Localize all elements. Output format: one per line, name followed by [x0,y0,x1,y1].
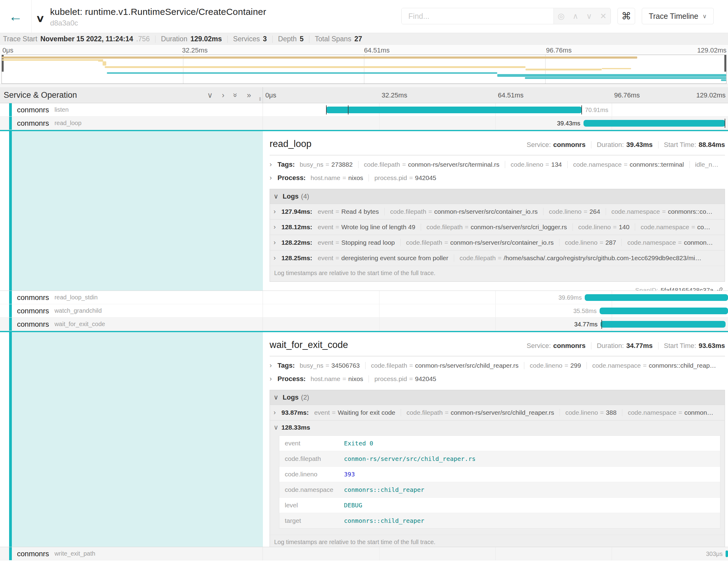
span-bar-cell: 39.69ms [263,291,728,304]
span-bar[interactable] [583,120,725,127]
detail-content: read_loop Service: conmonrs Duration: 39… [263,131,728,291]
page-title: kubelet: runtime.v1.RuntimeService/Creat… [50,7,266,17]
span-row-wait-for-exit-code: conmonrs wait_for_exit_code 34.77ms [0,318,728,331]
minimap-span-bar [525,77,726,79]
service-operation-title: Service & Operation [4,90,77,100]
service-color-bar [9,117,12,130]
back-button[interactable]: ← [0,0,32,33]
expand-one-icon[interactable]: › [222,91,224,100]
minimap-canvas[interactable] [2,55,726,84]
chevron-right-icon: › [274,254,281,262]
find-clear-icon[interactable]: ✕ [600,12,607,21]
service-color-bar [9,547,12,560]
services-label: Services [233,35,260,43]
process-row[interactable]: › Process: host.name=nixos process.pid=9… [270,171,725,185]
operation-name: read_loop_stdin [54,294,97,301]
tick-label: 0μs [2,46,13,54]
keyboard-shortcuts-button[interactable]: ⌘ [617,8,635,24]
span-name-cell[interactable]: conmonrs read_loop_stdin [0,291,263,304]
span-id-label: SpanID: [635,287,658,291]
tags-row[interactable]: › Tags: busy_ns=273882 code.filepath=con… [270,158,725,171]
start-time-value: 88.84ms [699,141,725,149]
link-icon[interactable] [716,287,723,291]
minimap-tick-labels: 0μs 32.25ms 64.51ms 96.76ms 129.02ms [0,45,728,55]
page-header: ← ∨ kubelet: runtime.v1.RuntimeService/C… [0,0,728,33]
span-duration-label: 39.69ms [558,291,585,304]
span-name-cell[interactable]: conmonrs listen [0,103,263,117]
field-value: conmonrs::child_reaper [344,517,424,524]
log-timestamp: 128.25ms: [281,254,312,262]
process-row[interactable]: › Process: host.name=nixos process.pid=9… [270,372,725,386]
tag: code.filepath=conmon-rs/server/src/termi… [358,161,499,168]
field-value: conmon-rs/server/src/child_reaper.rs [344,455,475,462]
span-duration-label: 35.58ms [573,304,600,318]
tag: code.lineno=299 [524,362,581,369]
log-entry[interactable]: › 128.12ms: event=Wrote log line of leng… [270,219,725,235]
log-entry[interactable]: › 128.25ms: event=deregistering event so… [270,250,725,266]
collapse-all-icon[interactable]: » [231,93,240,97]
span-bar[interactable] [600,321,726,328]
divider [155,36,155,43]
log-entry-expanded-header[interactable]: ∨ 128.33ms [270,420,725,434]
service-name: conmonrs [17,550,49,558]
minimap-right-handle[interactable] [724,55,726,72]
span-name-cell[interactable]: conmonrs read_loop [0,117,263,130]
log-timestamp: 128.22ms: [281,239,312,246]
span-name-cell[interactable]: conmonrs watch_grandchild [0,304,263,318]
span-detail-wait-for-exit-code: wait_for_exit_code Service: conmonrs Dur… [0,332,728,547]
field-key: code.lineno [285,471,344,478]
log-entry[interactable]: › 128.22ms: event=Stopping read loopcode… [270,235,725,250]
column-resizer[interactable]: ‖ [259,96,261,102]
process-tag: host.name=nixos [311,375,363,383]
minimap-span-bar [2,56,637,59]
logs-accordion: ∨ Logs (4) › 127.94ms: event=Read 4 byte… [270,189,725,282]
process-tag: host.name=nixos [311,174,363,182]
process-label: Process: [277,375,306,383]
span-name-cell[interactable]: conmonrs wait_for_exit_code [0,318,263,331]
minimap-gridline [183,55,183,83]
trace-titles: kubelet: runtime.v1.RuntimeService/Creat… [50,5,266,27]
find-input[interactable] [402,8,553,24]
service-name: conmonrs [17,106,49,114]
trace-view-select[interactable]: Trace Timeline ∨ [642,8,714,24]
log-entry[interactable]: › 127.94ms: event=Read 4 bytescode.filep… [270,204,725,219]
span-bar-cell: 35.58ms [263,304,728,318]
collapse-trace-header-icon[interactable]: ∨ [36,13,45,24]
duration-label: Duration: [597,342,624,350]
trace-start-label: Trace Start [3,35,37,43]
logs-header[interactable]: ∨ Logs (4) [270,189,725,204]
log-timestamp: 127.94ms: [281,208,312,215]
service-value: conmonrs [553,342,585,350]
log-field: code.filepath=conmon-rs/server/src/child… [401,409,554,416]
log-field: event=Waiting for exit code [314,409,395,416]
span-bar[interactable] [726,550,728,557]
span-name-cell[interactable]: conmonrs write_exit_path [0,547,263,560]
span-bar[interactable] [600,308,728,314]
collapse-one-icon[interactable]: ∨ [207,91,213,100]
find-next-icon[interactable]: ∨ [586,12,592,21]
log-field-row: code.filepath conmon-rs/server/src/child… [279,451,720,466]
logs-footer-note: Log timestamps are relative to the start… [270,266,725,281]
service-color-bar [9,291,12,304]
operation-name: write_exit_path [54,550,95,557]
trace-id: d8a3a0c [50,19,266,27]
log-field: code.namespace=conmon… [621,239,713,246]
trace-timeline-page: ← ∨ kubelet: runtime.v1.RuntimeService/C… [0,0,728,562]
trace-view-label: Trace Timeline [649,12,698,21]
log-entry[interactable]: › 93.87ms: event=Waiting for exit codeco… [270,405,725,420]
total-spans-label: Total Spans [315,35,351,43]
log-field: event=deregistering event source from po… [318,254,448,262]
logs-label: Logs [283,393,299,401]
expand-all-icon[interactable]: » [247,91,251,100]
find-target-icon[interactable]: ◎ [558,12,565,21]
find-prev-icon[interactable]: ∧ [573,12,578,21]
service-color-bar [9,103,12,116]
start-time-label: Start Time: [664,342,696,350]
duration-value: 34.77ms [626,342,653,350]
tags-row[interactable]: › Tags: busy_ns=34506763 code.filepath=c… [270,359,725,372]
span-bar[interactable] [326,107,582,113]
detail-indent-column [0,131,263,291]
tick-label: 129.02ms [697,46,726,54]
logs-header[interactable]: ∨ Logs (2) [270,390,725,405]
span-bar[interactable] [585,294,728,301]
